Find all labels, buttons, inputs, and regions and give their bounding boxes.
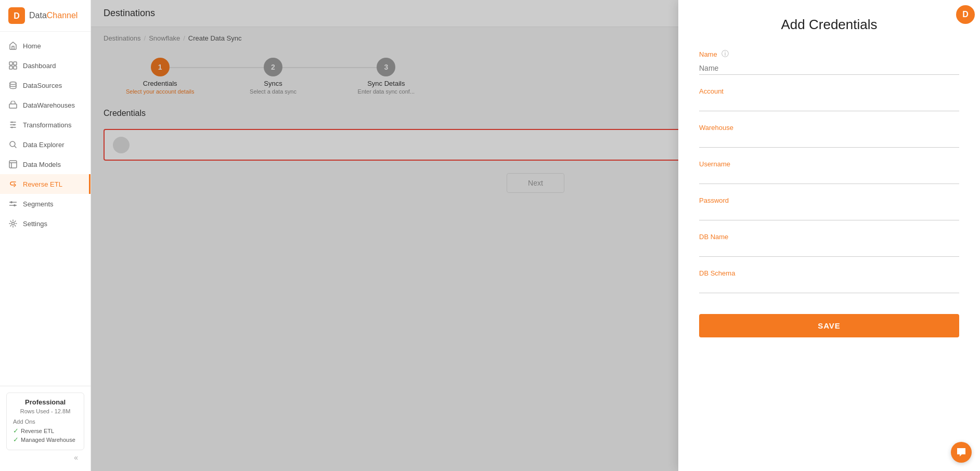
datawarehouses-icon (8, 100, 18, 110)
name-input[interactable] (699, 62, 959, 75)
svg-point-14 (14, 204, 16, 206)
form-field-db-schema: DB Schema (699, 269, 959, 293)
password-field-label: Password (699, 197, 959, 204)
sidebar-item-reverse-etl-label: Reverse ETL (23, 180, 62, 188)
password-input[interactable] (699, 207, 959, 220)
form-field-username: Username (699, 160, 959, 184)
svg-rect-12 (9, 161, 17, 168)
db-name-field-label: DB Name (699, 233, 959, 241)
save-button[interactable]: SAVE (699, 314, 959, 337)
account-field-label: Account (699, 87, 959, 95)
plan-card: Professional Rows Used - 12.8M Add Ons ✓… (6, 392, 84, 450)
addon-check-icon: ✓ (13, 427, 19, 435)
warehouse-input[interactable] (699, 135, 959, 148)
svg-point-9 (14, 124, 15, 126)
form-field-db-name: DB Name (699, 233, 959, 257)
sidebar-item-transformations-label: Transformations (23, 121, 71, 129)
sidebar-item-segments[interactable]: Segments (0, 194, 91, 214)
sidebar-item-data-explorer[interactable]: Data Explorer (0, 135, 91, 154)
sidebar-item-dashboard-label: Dashboard (23, 62, 56, 70)
sidebar-item-dashboard[interactable]: Dashboard (0, 56, 91, 75)
db-schema-input[interactable] (699, 280, 959, 293)
plan-addon-reverse-etl: ✓ Reverse ETL (13, 427, 78, 435)
reverse-etl-icon (8, 179, 18, 189)
sidebar-nav: Home Dashboard DataSources DataWarehouse… (0, 32, 91, 386)
warehouse-field-label: Warehouse (699, 124, 959, 132)
panel-title: Add Credentials (699, 17, 959, 33)
username-field-label: Username (699, 160, 959, 168)
addon-managed-warehouse-label: Managed Warehouse (21, 437, 75, 443)
dashboard-icon (8, 61, 18, 70)
plan-title: Professional (13, 398, 78, 406)
form-field-name: Name ⓘ (699, 49, 959, 75)
sidebar-item-data-explorer-label: Data Explorer (23, 141, 64, 149)
sidebar-item-home[interactable]: Home (0, 36, 91, 56)
db-name-input[interactable] (699, 244, 959, 257)
user-avatar[interactable]: D (956, 5, 975, 24)
svg-rect-7 (9, 104, 17, 108)
sidebar-item-transformations[interactable]: Transformations (0, 115, 91, 135)
form-field-password: Password (699, 197, 959, 220)
plan-addons-title: Add Ons (13, 418, 78, 425)
svg-rect-4 (9, 66, 12, 69)
addon-reverse-etl-label: Reverse ETL (21, 428, 54, 434)
sidebar-item-settings-label: Settings (23, 220, 47, 228)
sidebar-item-datasources-label: DataSources (23, 82, 62, 89)
sidebar-item-data-models[interactable]: Data Models (0, 154, 91, 174)
svg-point-13 (10, 201, 12, 203)
sidebar-collapse[interactable]: « (6, 450, 84, 465)
addon-check-icon-2: ✓ (13, 436, 19, 443)
svg-text:D: D (14, 11, 20, 20)
add-credentials-panel: Add Credentials Name ⓘ Account Warehouse… (678, 0, 980, 471)
collapse-icon[interactable]: « (74, 453, 78, 462)
sidebar-item-data-models-label: Data Models (23, 161, 61, 168)
segments-icon (8, 199, 18, 208)
logo[interactable]: D DataChannel (0, 0, 91, 32)
form-field-warehouse: Warehouse (699, 124, 959, 148)
data-explorer-icon (8, 140, 18, 149)
name-field-label: Name ⓘ (699, 49, 959, 59)
sidebar-footer: Professional Rows Used - 12.8M Add Ons ✓… (0, 386, 91, 471)
svg-rect-3 (14, 62, 17, 65)
svg-point-8 (11, 122, 13, 123)
svg-rect-5 (14, 66, 17, 69)
sidebar-item-settings[interactable]: Settings (0, 214, 91, 233)
chat-bubble[interactable] (951, 442, 972, 463)
svg-point-10 (11, 127, 13, 128)
sidebar-item-segments-label: Segments (23, 200, 54, 208)
sidebar: D DataChannel Home Dashboard DataSources (0, 0, 91, 471)
db-schema-field-label: DB Schema (699, 269, 959, 277)
home-icon (8, 41, 18, 50)
svg-rect-2 (9, 62, 12, 65)
name-info-icon[interactable]: ⓘ (721, 49, 729, 59)
logo-icon: D (8, 7, 25, 24)
plan-addon-managed-warehouse: ✓ Managed Warehouse (13, 436, 78, 443)
sidebar-item-datawarehouses[interactable]: DataWarehouses (0, 95, 91, 115)
svg-point-6 (10, 82, 16, 85)
account-input[interactable] (699, 98, 959, 111)
plan-rows: Rows Used - 12.8M (13, 408, 78, 414)
logo-text: DataChannel (29, 11, 78, 20)
sidebar-item-datawarehouses-label: DataWarehouses (23, 101, 75, 109)
transformations-icon (8, 120, 18, 129)
svg-point-15 (12, 223, 15, 225)
sidebar-item-datasources[interactable]: DataSources (0, 75, 91, 95)
settings-icon (8, 219, 18, 228)
username-input[interactable] (699, 171, 959, 184)
form-field-account: Account (699, 87, 959, 111)
datasources-icon (8, 81, 18, 90)
sidebar-item-home-label: Home (23, 42, 41, 50)
data-models-icon (8, 160, 18, 169)
sidebar-item-reverse-etl[interactable]: Reverse ETL (0, 174, 91, 194)
